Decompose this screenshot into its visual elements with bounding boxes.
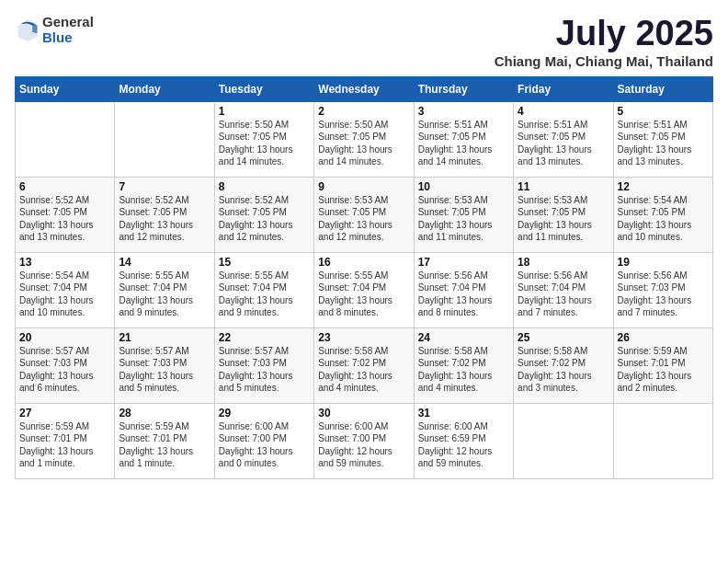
day-number: 24 — [418, 331, 509, 344]
day-number: 2 — [318, 105, 409, 118]
calendar-week-row: 13Sunrise: 5:54 AM Sunset: 7:04 PM Dayli… — [16, 252, 713, 327]
logo-icon — [15, 17, 40, 43]
day-detail: Sunrise: 5:58 AM Sunset: 7:02 PM Dayligh… — [318, 345, 409, 395]
day-number: 27 — [19, 407, 110, 419]
calendar-cell — [613, 403, 712, 478]
calendar-header-row: SundayMondayTuesdayWednesdayThursdayFrid… — [16, 76, 713, 101]
day-detail: Sunrise: 5:53 AM Sunset: 7:05 PM Dayligh… — [318, 194, 409, 244]
day-number: 6 — [19, 180, 110, 193]
day-number: 14 — [119, 256, 210, 269]
calendar-cell: 6Sunrise: 5:52 AM Sunset: 7:05 PM Daylig… — [16, 177, 115, 252]
day-number: 25 — [518, 331, 609, 344]
day-number: 26 — [618, 331, 709, 344]
day-detail: Sunrise: 5:52 AM Sunset: 7:05 PM Dayligh… — [219, 194, 310, 244]
day-detail: Sunrise: 5:56 AM Sunset: 7:03 PM Dayligh… — [618, 270, 709, 319]
calendar-cell: 31Sunrise: 6:00 AM Sunset: 6:59 PM Dayli… — [414, 403, 513, 478]
day-detail: Sunrise: 5:57 AM Sunset: 7:03 PM Dayligh… — [19, 345, 110, 395]
day-number: 7 — [119, 180, 210, 193]
calendar-cell: 30Sunrise: 6:00 AM Sunset: 7:00 PM Dayli… — [314, 403, 414, 478]
month-title: July 2025 — [495, 15, 713, 53]
day-detail: Sunrise: 5:59 AM Sunset: 7:01 PM Dayligh… — [618, 345, 709, 395]
day-number: 9 — [318, 180, 409, 193]
day-detail: Sunrise: 5:50 AM Sunset: 7:05 PM Dayligh… — [318, 119, 409, 168]
calendar-header-tuesday: Tuesday — [214, 76, 313, 101]
calendar-header-thursday: Thursday — [414, 76, 513, 101]
day-number: 21 — [119, 331, 210, 344]
day-number: 29 — [219, 407, 310, 419]
day-detail: Sunrise: 5:56 AM Sunset: 7:04 PM Dayligh… — [418, 270, 509, 319]
calendar-cell: 20Sunrise: 5:57 AM Sunset: 7:03 PM Dayli… — [16, 327, 115, 403]
calendar-cell: 18Sunrise: 5:56 AM Sunset: 7:04 PM Dayli… — [514, 252, 613, 327]
day-detail: Sunrise: 5:55 AM Sunset: 7:04 PM Dayligh… — [318, 270, 409, 319]
day-detail: Sunrise: 5:59 AM Sunset: 7:01 PM Dayligh… — [119, 420, 210, 470]
calendar-cell: 17Sunrise: 5:56 AM Sunset: 7:04 PM Dayli… — [414, 252, 513, 327]
day-number: 12 — [618, 180, 709, 193]
calendar-week-row: 20Sunrise: 5:57 AM Sunset: 7:03 PM Dayli… — [16, 327, 713, 403]
calendar-cell: 11Sunrise: 5:53 AM Sunset: 7:05 PM Dayli… — [514, 177, 613, 252]
calendar-cell: 19Sunrise: 5:56 AM Sunset: 7:03 PM Dayli… — [613, 252, 712, 327]
day-detail: Sunrise: 6:00 AM Sunset: 7:00 PM Dayligh… — [318, 420, 409, 470]
day-detail: Sunrise: 5:54 AM Sunset: 7:05 PM Dayligh… — [618, 194, 709, 244]
day-number: 15 — [219, 256, 310, 269]
day-detail: Sunrise: 5:54 AM Sunset: 7:04 PM Dayligh… — [19, 270, 110, 319]
day-number: 13 — [19, 256, 110, 269]
calendar-cell: 13Sunrise: 5:54 AM Sunset: 7:04 PM Dayli… — [16, 252, 115, 327]
day-detail: Sunrise: 5:50 AM Sunset: 7:05 PM Dayligh… — [219, 119, 310, 168]
day-detail: Sunrise: 5:51 AM Sunset: 7:05 PM Dayligh… — [618, 119, 709, 168]
day-detail: Sunrise: 5:58 AM Sunset: 7:02 PM Dayligh… — [518, 345, 609, 395]
calendar-cell — [514, 403, 613, 478]
calendar-cell: 27Sunrise: 5:59 AM Sunset: 7:01 PM Dayli… — [16, 403, 115, 478]
calendar-cell: 9Sunrise: 5:53 AM Sunset: 7:05 PM Daylig… — [314, 177, 414, 252]
calendar-cell — [115, 101, 214, 177]
logo-general: General — [42, 15, 94, 30]
day-number: 31 — [418, 407, 509, 419]
location-title: Chiang Mai, Chiang Mai, Thailand — [495, 53, 713, 69]
day-number: 1 — [219, 105, 310, 118]
day-detail: Sunrise: 6:00 AM Sunset: 7:00 PM Dayligh… — [219, 420, 310, 470]
day-number: 23 — [318, 331, 409, 344]
title-area: July 2025 Chiang Mai, Chiang Mai, Thaila… — [495, 15, 713, 69]
calendar-cell: 15Sunrise: 5:55 AM Sunset: 7:04 PM Dayli… — [214, 252, 313, 327]
day-detail: Sunrise: 5:57 AM Sunset: 7:03 PM Dayligh… — [219, 345, 310, 395]
day-number: 30 — [318, 407, 409, 419]
calendar-cell: 25Sunrise: 5:58 AM Sunset: 7:02 PM Dayli… — [514, 327, 613, 403]
calendar-cell: 2Sunrise: 5:50 AM Sunset: 7:05 PM Daylig… — [314, 101, 414, 177]
day-number: 19 — [618, 256, 709, 269]
logo-text: General Blue — [42, 15, 94, 45]
day-number: 28 — [119, 407, 210, 419]
calendar-cell: 5Sunrise: 5:51 AM Sunset: 7:05 PM Daylig… — [613, 101, 712, 177]
day-number: 3 — [418, 105, 509, 118]
day-detail: Sunrise: 5:53 AM Sunset: 7:05 PM Dayligh… — [518, 194, 609, 244]
calendar-cell: 14Sunrise: 5:55 AM Sunset: 7:04 PM Dayli… — [115, 252, 214, 327]
calendar-week-row: 1Sunrise: 5:50 AM Sunset: 7:05 PM Daylig… — [16, 101, 713, 177]
calendar-week-row: 6Sunrise: 5:52 AM Sunset: 7:05 PM Daylig… — [16, 177, 713, 252]
day-detail: Sunrise: 5:51 AM Sunset: 7:05 PM Dayligh… — [418, 119, 509, 168]
day-number: 18 — [518, 256, 609, 269]
calendar-cell: 29Sunrise: 6:00 AM Sunset: 7:00 PM Dayli… — [214, 403, 313, 478]
day-detail: Sunrise: 5:55 AM Sunset: 7:04 PM Dayligh… — [119, 270, 210, 319]
calendar-cell: 4Sunrise: 5:51 AM Sunset: 7:05 PM Daylig… — [514, 101, 613, 177]
day-number: 10 — [418, 180, 509, 193]
calendar-cell: 22Sunrise: 5:57 AM Sunset: 7:03 PM Dayli… — [214, 327, 313, 403]
day-number: 16 — [318, 256, 409, 269]
calendar-cell: 21Sunrise: 5:57 AM Sunset: 7:03 PM Dayli… — [115, 327, 214, 403]
day-number: 11 — [518, 180, 609, 193]
day-detail: Sunrise: 5:59 AM Sunset: 7:01 PM Dayligh… — [19, 420, 110, 470]
calendar-week-row: 27Sunrise: 5:59 AM Sunset: 7:01 PM Dayli… — [16, 403, 713, 478]
day-detail: Sunrise: 5:55 AM Sunset: 7:04 PM Dayligh… — [219, 270, 310, 319]
logo: General Blue — [15, 15, 94, 45]
day-number: 8 — [219, 180, 310, 193]
day-detail: Sunrise: 5:53 AM Sunset: 7:05 PM Dayligh… — [418, 194, 509, 244]
calendar-header-saturday: Saturday — [613, 76, 712, 101]
calendar-header-sunday: Sunday — [16, 76, 115, 101]
calendar-cell: 16Sunrise: 5:55 AM Sunset: 7:04 PM Dayli… — [314, 252, 414, 327]
day-number: 5 — [618, 105, 709, 118]
day-detail: Sunrise: 5:51 AM Sunset: 7:05 PM Dayligh… — [518, 119, 609, 168]
calendar-header-wednesday: Wednesday — [314, 76, 414, 101]
day-detail: Sunrise: 5:58 AM Sunset: 7:02 PM Dayligh… — [418, 345, 509, 395]
day-detail: Sunrise: 5:57 AM Sunset: 7:03 PM Dayligh… — [119, 345, 210, 395]
calendar-cell: 26Sunrise: 5:59 AM Sunset: 7:01 PM Dayli… — [613, 327, 712, 403]
day-detail: Sunrise: 5:52 AM Sunset: 7:05 PM Dayligh… — [119, 194, 210, 244]
calendar-cell — [16, 101, 115, 177]
logo-blue: Blue — [42, 30, 94, 46]
